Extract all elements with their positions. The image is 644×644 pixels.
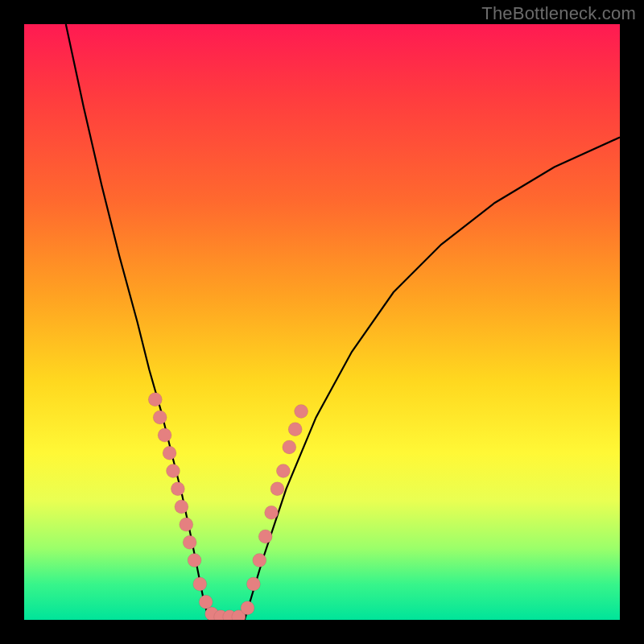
data-point [183,535,196,549]
data-point [295,405,308,419]
data-point [180,518,193,531]
data-point [188,554,201,568]
data-point [199,595,213,609]
data-point [193,577,207,591]
data-point [253,554,266,568]
data-point [171,482,184,496]
data-point [167,464,180,478]
data-point [276,464,290,478]
data-point [258,530,272,543]
chart-svg [24,24,620,620]
data-point [163,446,176,460]
data-point [153,411,167,424]
scatter-dots [148,393,308,620]
data-point [288,423,302,436]
watermark-text: TheBottleneck.com [481,3,636,24]
data-point [283,440,296,454]
data-point [265,506,279,519]
data-point [148,393,162,407]
data-point [246,577,260,591]
chart-frame: TheBottleneck.com [0,0,644,644]
plot-area [24,24,620,620]
data-point [158,428,171,442]
data-point [175,500,188,514]
v-curve [66,24,620,620]
data-point [241,601,254,615]
data-point [270,482,284,496]
